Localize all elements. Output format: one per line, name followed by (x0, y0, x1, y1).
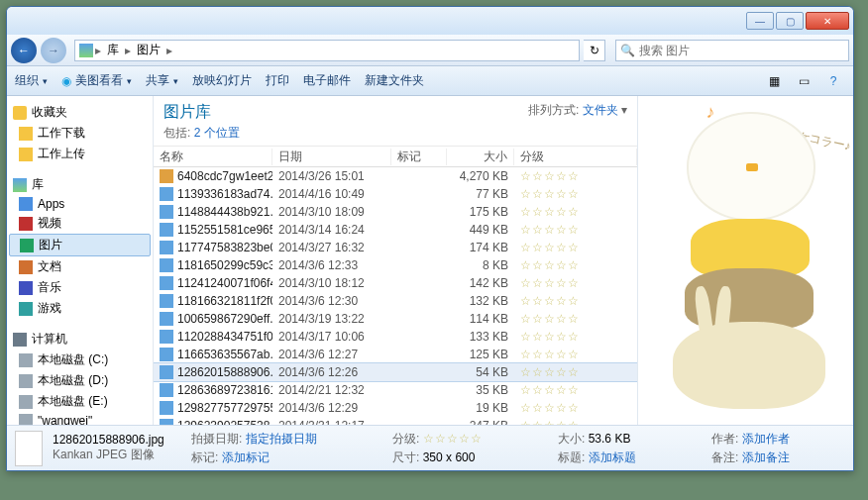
details-title[interactable]: 添加标题 (589, 450, 636, 464)
sidebar-item-drive[interactable]: 本地磁盘 (D:) (9, 370, 151, 391)
forward-button[interactable]: → (41, 38, 66, 63)
file-name: 6408cdc7gw1eet2... (177, 169, 272, 183)
share-menu[interactable]: 共享▾ (146, 72, 178, 89)
newfolder-button[interactable]: 新建文件夹 (365, 72, 424, 89)
col-name[interactable]: 名称 (154, 149, 272, 165)
file-rating[interactable]: ☆☆☆☆☆ (514, 348, 637, 361)
breadcrumb-segment[interactable]: 库 (103, 42, 123, 58)
file-date: 2014/3/26 15:01 (272, 169, 391, 183)
back-button[interactable]: ← (11, 38, 37, 63)
file-size: 54 KB (447, 365, 514, 379)
table-row[interactable]: 118166321811f2f0...2014/3/6 12:30132 KB☆… (154, 292, 637, 310)
file-rating[interactable]: ☆☆☆☆☆ (514, 187, 637, 201)
sidebar-item-drive[interactable]: "wangwei" (9, 412, 151, 425)
file-size: 125 KB (447, 348, 514, 361)
locations-link[interactable]: 2 个位置 (194, 126, 240, 140)
pictures-icon (20, 239, 34, 252)
search-input[interactable] (639, 44, 844, 57)
file-rating[interactable]: ☆☆☆☆☆ (514, 205, 637, 219)
close-button[interactable]: ✕ (806, 12, 849, 30)
file-rating[interactable]: ☆☆☆☆☆ (514, 241, 637, 254)
sidebar-item-drive[interactable]: 本地磁盘 (C:) (9, 350, 151, 370)
table-row[interactable]: 1120288434751f06...2014/3/17 10:06133 KB… (154, 328, 637, 346)
table-row[interactable]: 13962390257538...2014/3/31 12:17247 KB☆☆… (154, 417, 637, 425)
library-icon (13, 178, 27, 192)
sidebar-item-documents[interactable]: 文档 (9, 256, 151, 277)
file-rating[interactable]: ☆☆☆☆☆ (514, 383, 637, 397)
table-row[interactable]: 12862015888906.j...2014/3/6 12:2654 KB☆☆… (154, 363, 637, 381)
maximize-button[interactable]: ▢ (776, 12, 804, 30)
computer-icon (13, 333, 27, 347)
sidebar-item-video[interactable]: 视频 (9, 213, 151, 234)
star-icon (13, 106, 27, 120)
col-size[interactable]: 大小 (447, 149, 514, 165)
sidebar-item-apps[interactable]: Apps (9, 195, 151, 213)
minimize-button[interactable]: — (746, 12, 774, 30)
preview-pane-button[interactable]: ▭ (792, 71, 815, 91)
arrange-by-link[interactable]: 文件夹 (583, 103, 618, 117)
sidebar-item[interactable]: 工作上传 (9, 144, 151, 164)
file-icon (160, 187, 173, 201)
table-row[interactable]: 100659867290eff...2014/3/19 13:22114 KB☆… (154, 310, 637, 328)
sidebar-favorites[interactable]: 收藏夹 (9, 102, 151, 123)
file-rating[interactable]: ☆☆☆☆☆ (514, 330, 637, 344)
table-row[interactable]: 1139336183ad74...2014/4/16 10:4977 KB☆☆☆… (154, 185, 637, 203)
file-list[interactable]: 6408cdc7gw1eet2...2014/3/26 15:014,270 K… (154, 167, 637, 425)
file-name: 116653635567ab... (177, 348, 272, 361)
breadcrumb-segment[interactable]: 图片 (133, 42, 164, 58)
slideshow-button[interactable]: 放映幻灯片 (192, 72, 252, 89)
sidebar-computer[interactable]: 计算机 (9, 329, 151, 350)
file-rating[interactable]: ☆☆☆☆☆ (514, 401, 637, 415)
file-name: 128636897238161.j... (177, 383, 272, 397)
details-author[interactable]: 添加作者 (742, 432, 790, 446)
file-name: 100659867290eff... (177, 312, 272, 326)
table-row[interactable]: 1181650299c59c3...2014/3/6 12:338 KB☆☆☆☆… (154, 256, 637, 274)
sidebar-item-drive[interactable]: 本地磁盘 (E:) (9, 391, 151, 412)
col-date[interactable]: 日期 (272, 149, 391, 165)
table-row[interactable]: 117747583823be08...2014/3/27 16:32174 KB… (154, 239, 637, 256)
file-date: 2014/3/6 12:29 (272, 401, 391, 415)
file-rating[interactable]: ☆☆☆☆☆ (514, 223, 637, 237)
file-rating[interactable]: ☆☆☆☆☆ (514, 312, 637, 326)
details-pane: 12862015888906.jpg Kankan JPEG 图像 拍摄日期: … (7, 425, 853, 470)
table-row[interactable]: 129827757729755...2014/3/6 12:2919 KB☆☆☆… (154, 399, 637, 417)
details-remark[interactable]: 添加备注 (742, 450, 790, 464)
file-rating[interactable]: ☆☆☆☆☆ (514, 169, 637, 183)
details-size: 53.6 KB (589, 432, 631, 446)
file-rating[interactable]: ☆☆☆☆☆ (514, 276, 637, 290)
file-date: 2014/3/6 12:26 (272, 365, 391, 379)
file-icon (160, 401, 173, 415)
help-button[interactable]: ? (821, 71, 845, 91)
sidebar-item-games[interactable]: 游戏 (9, 298, 151, 319)
details-shotdate[interactable]: 指定拍摄日期 (246, 432, 317, 446)
organize-menu[interactable]: 组织▾ (15, 72, 48, 89)
file-rating[interactable]: ☆☆☆☆☆ (514, 365, 637, 379)
table-row[interactable]: 1148844438b921...2014/3/10 18:09175 KB☆☆… (154, 203, 637, 221)
sidebar-item-pictures[interactable]: 图片 (9, 234, 151, 256)
search-box[interactable]: 🔍 (615, 40, 849, 61)
sidebar-item[interactable]: 工作下载 (9, 123, 151, 144)
file-size: 35 KB (447, 383, 514, 397)
refresh-button[interactable]: ↻ (584, 40, 605, 61)
file-rating[interactable]: ☆☆☆☆☆ (514, 258, 637, 272)
meitu-menu[interactable]: ◉美图看看▾ (61, 72, 132, 89)
breadcrumb[interactable]: ▸ 库 ▸ 图片 ▸ (74, 40, 580, 61)
table-row[interactable]: 6408cdc7gw1eet2...2014/3/26 15:014,270 K… (154, 167, 637, 185)
games-icon (19, 302, 33, 316)
sidebar-libraries[interactable]: 库 (9, 174, 151, 195)
file-size: 174 KB (447, 241, 514, 254)
email-button[interactable]: 电子邮件 (303, 72, 351, 89)
table-row[interactable]: 128636897238161.j...2014/2/21 12:3235 KB… (154, 381, 637, 399)
details-rating[interactable]: ☆☆☆☆☆ (423, 432, 483, 446)
col-tag[interactable]: 标记 (391, 149, 447, 165)
view-mode-button[interactable]: ▦ (762, 71, 786, 91)
print-button[interactable]: 打印 (266, 72, 289, 89)
file-rating[interactable]: ☆☆☆☆☆ (514, 294, 637, 308)
details-tags[interactable]: 添加标记 (222, 450, 270, 464)
file-date: 2014/4/16 10:49 (272, 187, 391, 201)
sidebar-item-music[interactable]: 音乐 (9, 277, 151, 298)
table-row[interactable]: 116653635567ab...2014/3/6 12:27125 KB☆☆☆… (154, 346, 637, 363)
table-row[interactable]: 1152551581ce965...2014/3/14 16:24449 KB☆… (154, 221, 637, 239)
table-row[interactable]: 11241240071f06f4...2014/3/10 18:12142 KB… (154, 274, 637, 292)
col-rating[interactable]: 分级 (514, 149, 637, 165)
